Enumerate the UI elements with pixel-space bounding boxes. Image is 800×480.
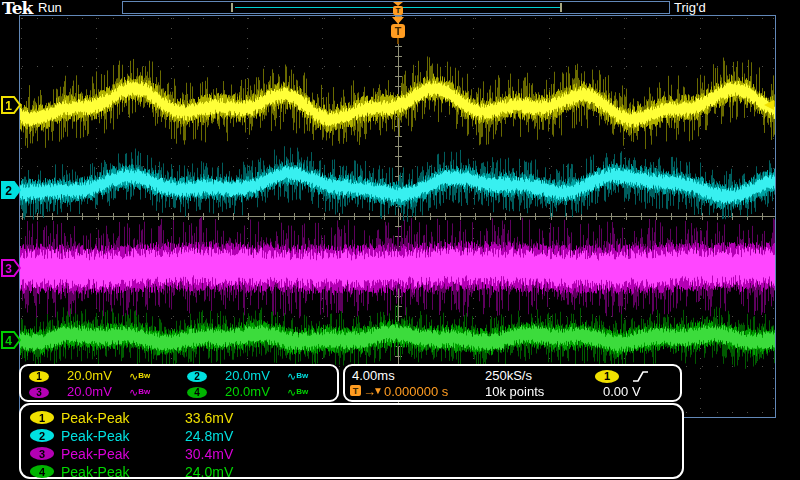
channel1-position-marker[interactable]: 1 xyxy=(1,96,21,114)
measurement-row: 2 Peak-Peak 24.8mV xyxy=(30,427,233,444)
record-window-bracket-right xyxy=(560,3,562,12)
record-window-bracket-left xyxy=(231,3,233,12)
measurements-box: 1 Peak-Peak 33.6mV 2 Peak-Peak 24.8mV 3 … xyxy=(19,403,684,479)
measurement-name: Peak-Peak xyxy=(61,410,157,426)
channel4-bandwidth-limit-icon: Bw xyxy=(296,387,308,396)
waveform-display xyxy=(20,16,775,416)
channel1-coupling-icon: ∿ xyxy=(129,370,138,382)
svg-text:T: T xyxy=(353,386,359,396)
measurement-name: Peak-Peak xyxy=(61,446,157,462)
channel4-coupling-icon: ∿ xyxy=(287,386,296,398)
measurement-value: 30.4mV xyxy=(185,446,233,462)
sample-rate: 250kS/s xyxy=(485,368,532,383)
channel2-bandwidth-limit-icon: Bw xyxy=(296,371,308,380)
channel2-badge: 2 xyxy=(30,429,54,442)
channel-readouts-box: 1 20.0mV ∿Bw 2 20.0mV ∿Bw 3 20.0mV ∿Bw 4… xyxy=(19,364,339,402)
channel4-badge: 4 xyxy=(30,465,54,478)
acquisition-record-bar: T xyxy=(122,1,670,14)
channel1-badge: 1 xyxy=(29,371,49,382)
channel1-badge: 1 xyxy=(30,411,54,424)
trigger-source-badge: 1 xyxy=(595,370,619,383)
channel3-badge: 3 xyxy=(30,447,54,460)
channel4-position-marker[interactable]: 4 xyxy=(1,331,21,349)
measurement-value: 24.8mV xyxy=(185,428,233,444)
channel3-coupling-icon: ∿ xyxy=(129,386,138,398)
svg-text:3: 3 xyxy=(5,262,12,276)
trigger-level-value: 0.00 V xyxy=(603,384,641,399)
channel3-position-marker[interactable]: 3 xyxy=(1,259,21,277)
channel3-bandwidth-limit-icon: Bw xyxy=(138,387,150,396)
measurement-row: 1 Peak-Peak 33.6mV xyxy=(30,409,233,426)
horizontal-scale: 4.00ms xyxy=(352,368,395,383)
channel4-scale: 20.0mV xyxy=(225,384,270,399)
trigger-status: Trig'd xyxy=(674,0,706,15)
channel3-scale: 20.0mV xyxy=(67,384,112,399)
channel1-scale: 20.0mV xyxy=(67,368,112,383)
trigger-level-marker[interactable] xyxy=(762,99,775,112)
trigger-position-marker[interactable]: T xyxy=(389,17,407,44)
rising-edge-icon xyxy=(632,370,649,383)
svg-text:T: T xyxy=(395,25,402,37)
channel3-badge: 3 xyxy=(29,387,49,398)
channel2-position-marker[interactable]: 2 xyxy=(1,181,21,199)
measurement-name: Peak-Peak xyxy=(61,464,157,480)
measurement-row: 3 Peak-Peak 30.4mV xyxy=(30,445,233,462)
horizontal-trigger-box: 4.00ms 250kS/s 1 T → ▼ 0.000000 s 10k po… xyxy=(343,364,682,402)
svg-text:1: 1 xyxy=(5,99,12,113)
channel2-scale: 20.0mV xyxy=(225,368,270,383)
svg-text:4: 4 xyxy=(5,334,12,348)
channel2-coupling-icon: ∿ xyxy=(287,370,296,382)
oscilloscope-screen: { "header": { "logo": "Tek", "acq_status… xyxy=(0,0,800,480)
acquisition-status: Run xyxy=(38,0,62,15)
channel1-bandwidth-limit-icon: Bw xyxy=(138,371,150,380)
graticule-frame xyxy=(19,15,776,418)
trigger-delay-icon: T xyxy=(350,385,362,397)
delay-marker-icon: ▼ xyxy=(373,385,383,396)
record-length: 10k points xyxy=(485,384,544,399)
measurement-value: 24.0mV xyxy=(185,464,233,480)
measurement-row: 4 Peak-Peak 24.0mV xyxy=(30,463,233,480)
measurement-name: Peak-Peak xyxy=(61,428,157,444)
svg-text:2: 2 xyxy=(5,184,12,198)
measurement-value: 33.6mV xyxy=(185,410,233,426)
svg-text:T: T xyxy=(396,6,401,15)
channel2-badge: 2 xyxy=(187,371,207,382)
delay-value: 0.000000 s xyxy=(384,384,448,399)
trigger-position-icon-top: T xyxy=(391,2,405,15)
channel4-badge: 4 xyxy=(187,387,207,398)
